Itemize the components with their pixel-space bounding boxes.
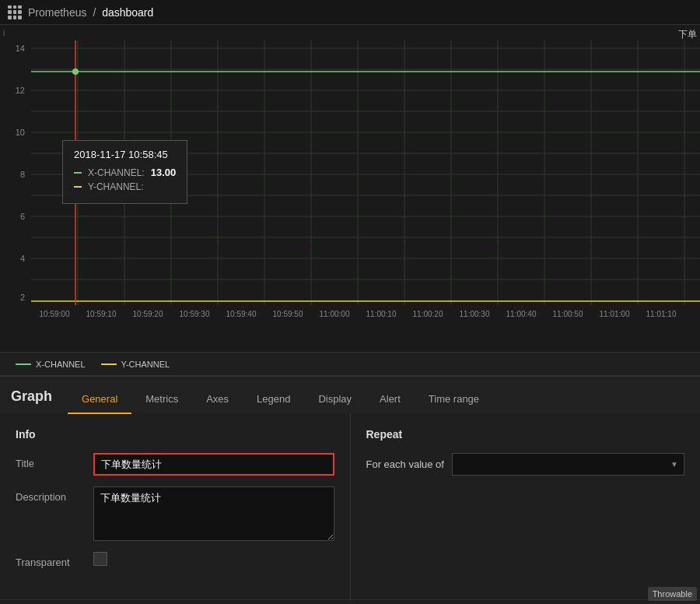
repeat-row: For each value of xyxy=(366,453,685,476)
chart-legend: X-CHANNEL Y-CHANNEL xyxy=(0,352,700,375)
drilldown-section: Drilldown / detail link ? xyxy=(0,599,700,604)
svg-rect-0 xyxy=(0,25,700,328)
svg-text:4: 4 xyxy=(20,254,25,263)
description-input[interactable]: 下单数量统计 xyxy=(93,486,334,541)
transparent-row: Transparent xyxy=(16,552,334,568)
svg-text:10:59:50: 10:59:50 xyxy=(273,310,303,318)
panel-content: Info Title Description 下单数量统计 Transparen… xyxy=(0,413,700,599)
for-each-label: For each value of xyxy=(366,458,444,470)
graph-container: i 下单 14 12 1 xyxy=(0,25,700,352)
svg-text:11:00:00: 11:00:00 xyxy=(320,310,350,318)
breadcrumb: Prometheus / dashboard xyxy=(28,6,153,19)
transparent-checkbox-wrapper xyxy=(93,552,107,566)
graph-section-label: Graph xyxy=(0,388,68,413)
svg-point-50 xyxy=(72,68,79,75)
info-section-title: Info xyxy=(16,428,334,441)
transparent-checkbox[interactable] xyxy=(93,552,107,566)
graph-info-label: i xyxy=(3,28,5,37)
chart-svg: 14 12 10 8 6 4 2 10:59:00 10:59:10 10:59… xyxy=(0,25,700,328)
svg-text:10:59:00: 10:59:00 xyxy=(40,310,70,318)
tab-display[interactable]: Display xyxy=(304,385,366,414)
tabs-bar: Graph General Metrics Axes Legend Displa… xyxy=(0,375,700,413)
tab-axes[interactable]: Axes xyxy=(192,385,243,414)
graph-top-right-label: 下单 xyxy=(678,28,697,41)
tab-metrics[interactable]: Metrics xyxy=(131,385,192,414)
svg-text:11:01:10: 11:01:10 xyxy=(646,310,677,318)
header: Prometheus / dashboard xyxy=(0,0,700,25)
svg-text:8: 8 xyxy=(20,170,25,179)
breadcrumb-sep: / xyxy=(93,6,99,19)
transparent-label: Transparent xyxy=(16,552,93,568)
tab-time-range[interactable]: Time range xyxy=(415,385,493,414)
svg-text:10: 10 xyxy=(16,128,25,137)
tab-legend[interactable]: Legend xyxy=(243,385,304,414)
svg-text:11:00:50: 11:00:50 xyxy=(553,310,583,318)
svg-text:2: 2 xyxy=(20,293,25,302)
title-input[interactable] xyxy=(95,455,333,474)
y-channel-legend-line xyxy=(101,363,117,365)
svg-text:11:00:40: 11:00:40 xyxy=(506,310,537,318)
repeat-panel: Repeat For each value of xyxy=(351,413,701,599)
x-channel-legend-line xyxy=(16,363,31,365)
info-panel: Info Title Description 下单数量统计 Transparen… xyxy=(0,413,351,599)
svg-text:11:00:20: 11:00:20 xyxy=(413,310,443,318)
watermark: Throwable xyxy=(648,587,697,601)
tab-alert[interactable]: Alert xyxy=(366,385,415,414)
svg-text:11:01:00: 11:01:00 xyxy=(600,310,630,318)
repeat-section-title: Repeat xyxy=(366,428,685,441)
legend-y-channel: Y-CHANNEL xyxy=(101,360,170,369)
description-row: Description 下单数量统计 xyxy=(16,486,334,541)
title-label: Title xyxy=(16,453,93,469)
repeat-select[interactable] xyxy=(452,453,684,476)
repeat-select-wrapper xyxy=(452,453,684,476)
svg-text:10:59:40: 10:59:40 xyxy=(226,310,257,318)
svg-text:14: 14 xyxy=(16,44,25,53)
svg-text:6: 6 xyxy=(20,212,25,221)
x-channel-legend-label: X-CHANNEL xyxy=(36,360,86,369)
svg-text:10:59:30: 10:59:30 xyxy=(180,310,210,318)
app-name: Prometheus xyxy=(28,6,86,19)
title-row: Title xyxy=(16,453,334,476)
svg-text:11:00:10: 11:00:10 xyxy=(366,310,397,318)
svg-text:10:59:20: 10:59:20 xyxy=(133,310,163,318)
description-label: Description xyxy=(16,486,93,503)
page-name: dashboard xyxy=(102,6,153,19)
legend-x-channel: X-CHANNEL xyxy=(16,360,86,369)
svg-text:12: 12 xyxy=(16,86,25,95)
title-input-wrapper xyxy=(93,453,334,476)
svg-text:10:59:10: 10:59:10 xyxy=(86,310,117,318)
tab-general[interactable]: General xyxy=(68,385,131,414)
svg-text:11:00:30: 11:00:30 xyxy=(460,310,490,318)
y-channel-legend-label: Y-CHANNEL xyxy=(121,360,170,369)
grid-icon xyxy=(8,5,22,19)
